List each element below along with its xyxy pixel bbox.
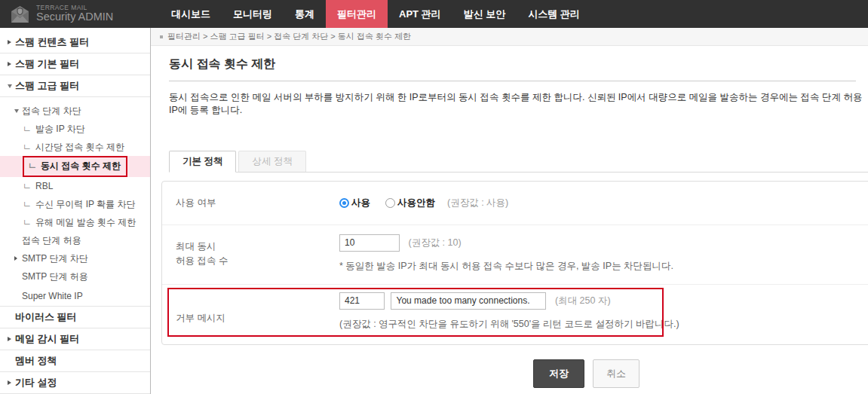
tab-basic-policy[interactable]: 기본 정책 [169,151,236,173]
sidebar-item-label: 접속 단계 허용 [22,234,81,247]
reject-code-input[interactable] [339,292,385,310]
sidebar-item-no-history-ip-probability-block[interactable]: ㄴ 수신 무이력 IP 확률 차단 [0,195,150,213]
top-navigation-bar: TERRACE MAIL Security ADMIN 대시보드 모니터링 통계… [0,0,868,28]
page-title: 동시 접속 횟수 제한 [169,57,856,81]
sidebar-item-label: 바이러스 필터 [15,310,77,324]
action-buttons: 저장 취소 [533,359,868,388]
sidebar-item-label: 스팸 고급 필터 [15,79,79,93]
chevron-right-icon [8,380,15,385]
chevron-down-icon [8,84,15,88]
tree-branch-glyph: ㄴ [23,216,32,229]
breadcrumb-bullet-icon [160,35,163,38]
form-row-max-connections: 최대 동시 허용 접속 수 (권장값 : 10) * 동일한 발송 IP가 최대… [162,225,868,285]
sidebar-item-rbl[interactable]: ㄴ RBL [0,177,150,195]
sidebar-item-smtp-stage-block[interactable]: SMTP 단계 차단 [0,249,150,267]
envelope-shield-icon [10,5,30,24]
tab-bar: 기본 정책 상세 정책 [169,151,868,173]
max-connections-hint: (권장값 : 10) [408,237,461,248]
sidebar-item-mail-audit-filter[interactable]: 메일 감시 필터 [0,328,150,350]
nav-item-statistics[interactable]: 통계 [284,0,326,28]
sidebar-item-harmful-mail-send-limit[interactable]: ㄴ 유해 메일 발송 횟수 제한 [0,213,150,231]
cancel-button[interactable]: 취소 [593,359,639,388]
radio-use-off[interactable]: 사용안함 [385,197,435,209]
nav-item-system-management[interactable]: 시스템 관리 [517,0,591,28]
sidebar-item-label: 수신 무이력 IP 확률 차단 [35,198,135,211]
sidebar-item-spam-contents-filter[interactable]: 스팸 컨텐츠 필터 [0,32,150,53]
form-row-use: 사용 여부 사용 사용안함 (권장값 : 사용) [162,182,868,225]
breadcrumb: 필터관리 > 스팸 고급 필터 > 접속 단계 차단 > 동시 접속 횟수 제한 [151,28,868,46]
sidebar-item-concurrent-connection-limit[interactable]: ㄴ 동시 접속 횟수 제한 [0,156,150,177]
nav-item-dashboard[interactable]: 대시보드 [160,0,222,28]
max-connections-input[interactable] [339,234,400,252]
sidebar-item-label: 스팸 기본 필터 [15,57,79,71]
chevron-right-icon [8,337,15,341]
max-connections-note: * 동일한 발송 IP가 최대 동시 허용 접속 수보다 많은 경우, 발송 I… [339,260,868,273]
max-connections-label-line2: 허용 접속 수 [176,254,339,268]
form-row-reject-message: 거부 메시지 (최대 250 자) (권장값 : 영구적인 차단을 유도하기 위… [162,285,868,344]
reject-message-input[interactable] [391,292,546,310]
use-hint: (권장값 : 사용) [447,197,508,209]
tree-branch-glyph: ㄴ [28,160,37,173]
brand-line2: Security ADMIN [36,11,113,23]
sidebar-item-hourly-connection-limit[interactable]: ㄴ 시간당 접속 횟수 제한 [0,138,150,156]
tab-detail-policy[interactable]: 상세 정책 [238,151,305,172]
chevron-right-icon [8,62,15,66]
sidebar-item-connection-stage-allow[interactable]: 접속 단계 허용 [0,231,150,249]
sidebar-item-label: 접속 단계 차단 [22,105,81,118]
sidebar-item-super-white-ip[interactable]: Super White IP [0,286,150,307]
tree-branch-glyph: ㄴ [23,123,32,136]
policy-form: 사용 여부 사용 사용안함 (권장값 : 사용) [161,181,868,345]
use-label: 사용 여부 [162,196,339,210]
tree-branch-glyph: ㄴ [23,180,32,193]
sidebar-item-label: 메일 감시 필터 [15,332,79,346]
sidebar-item-label: SMTP 단계 허용 [22,270,88,283]
nav-item-apt-management[interactable]: APT 관리 [388,0,452,28]
radio-use-off-label[interactable]: 사용안함 [397,197,435,209]
nav-item-filter-management[interactable]: 필터관리 [326,0,388,28]
sidebar-item-etc-settings[interactable]: 기타 설정 [0,372,150,394]
chevron-down-icon [14,109,22,113]
tree-branch-glyph: ㄴ [23,198,32,211]
max-connections-label: 최대 동시 허용 접속 수 [162,234,339,273]
reject-message-hint: (최대 250 자) [555,295,611,306]
radio-use-on[interactable]: 사용 [339,197,370,209]
chevron-right-icon [14,256,22,261]
sidebar-item-label: 멤버 정책 [15,354,57,368]
tree-branch-glyph: ㄴ [23,141,32,154]
sidebar-item-smtp-stage-allow[interactable]: SMTP 단계 허용 [0,267,150,286]
sidebar-item-label: RBL [35,181,53,191]
sidebar-item-label: 기타 설정 [15,376,57,389]
annotation-box: ㄴ 동시 접속 횟수 제한 [23,156,127,177]
sidebar-tree: 스팸 컨텐츠 필터 스팸 기본 필터 스팸 고급 필터 접속 단계 차단 ㄴ 발… [0,28,151,394]
sidebar-item-connection-stage-block[interactable]: 접속 단계 차단 [0,102,150,120]
sidebar-item-label: 유해 메일 발송 횟수 제한 [35,216,136,229]
nav-item-monitoring[interactable]: 모니터링 [222,0,284,28]
sidebar-item-label: 시간당 접속 횟수 제한 [35,141,124,154]
page-description: 동시 접속으로 인한 메일 서버의 부하를 방지하기 위해 한 IP로부터의 동… [169,91,868,117]
reject-message-note: (권장값 : 영구적인 차단을 유도하기 위해 '550'을 리턴 코드로 설정… [339,318,868,331]
reject-message-label: 거부 메시지 [162,292,339,331]
sidebar-item-member-policy[interactable]: 멤버 정책 [0,350,150,372]
sidebar-item-label: 스팸 컨텐츠 필터 [15,35,89,49]
main-nav: 대시보드 모니터링 통계 필터관리 APT 관리 발신 보안 시스템 관리 [160,0,591,28]
radio-selected-icon[interactable] [339,198,349,208]
app-logo: TERRACE MAIL Security ADMIN [0,0,151,28]
max-connections-label-line1: 최대 동시 [176,240,339,254]
sidebar-item-sender-ip-block[interactable]: ㄴ 발송 IP 차단 [0,120,150,138]
sidebar-item-label: 발송 IP 차단 [35,123,85,136]
sidebar-item-label: 동시 접속 횟수 제한 [41,160,121,173]
breadcrumb-text: 필터관리 > 스팸 고급 필터 > 접속 단계 차단 > 동시 접속 횟수 제한 [167,31,411,42]
sidebar-item-spam-advanced-filter[interactable]: 스팸 고급 필터 [0,75,150,97]
main-content: 필터관리 > 스팸 고급 필터 > 접속 단계 차단 > 동시 접속 횟수 제한… [151,28,868,394]
sidebar-item-virus-filter[interactable]: 바이러스 필터 [0,307,150,328]
chevron-right-icon [8,40,15,44]
radio-unselected-icon[interactable] [385,198,395,208]
sidebar-item-label: SMTP 단계 차단 [22,252,88,265]
sidebar-item-spam-basic-filter[interactable]: 스팸 기본 필터 [0,53,150,75]
save-button[interactable]: 저장 [533,359,584,388]
radio-use-on-label[interactable]: 사용 [351,197,370,209]
nav-item-outbound-security[interactable]: 발신 보안 [452,0,517,28]
sidebar-item-label: Super White IP [22,291,83,301]
